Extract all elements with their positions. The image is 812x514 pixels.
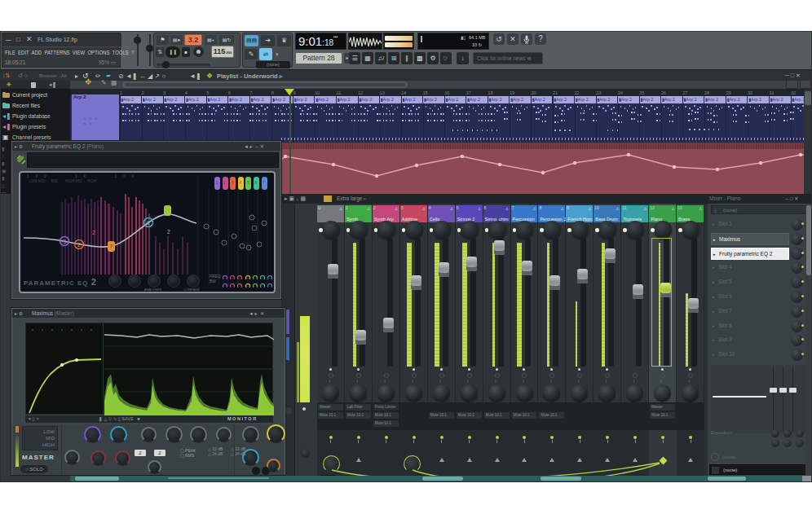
- svg-text:3: 3: [63, 239, 66, 244]
- svg-text:2: 2: [167, 229, 170, 235]
- svg-text:1: 1: [147, 220, 150, 226]
- svg-text:7: 7: [110, 244, 113, 249]
- svg-text:2: 2: [92, 230, 95, 235]
- svg-text:2: 2: [77, 242, 81, 248]
